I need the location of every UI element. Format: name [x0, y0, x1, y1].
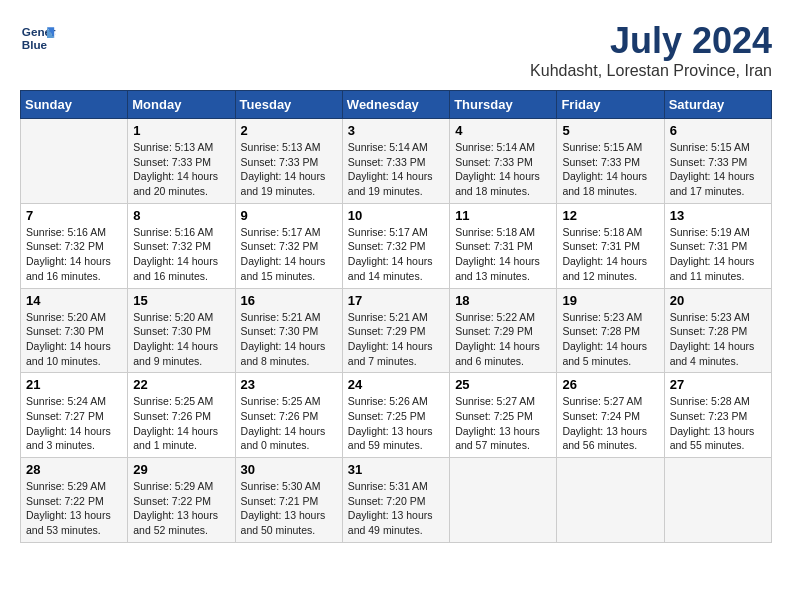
week-row-4: 21Sunrise: 5:24 AM Sunset: 7:27 PM Dayli… — [21, 373, 772, 458]
day-number: 1 — [133, 123, 229, 138]
calendar-cell: 8Sunrise: 5:16 AM Sunset: 7:32 PM Daylig… — [128, 203, 235, 288]
day-header-thursday: Thursday — [450, 91, 557, 119]
day-number: 23 — [241, 377, 337, 392]
day-info: Sunrise: 5:21 AM Sunset: 7:30 PM Dayligh… — [241, 310, 337, 369]
subtitle: Kuhdasht, Lorestan Province, Iran — [530, 62, 772, 80]
day-info: Sunrise: 5:31 AM Sunset: 7:20 PM Dayligh… — [348, 479, 444, 538]
calendar-cell: 24Sunrise: 5:26 AM Sunset: 7:25 PM Dayli… — [342, 373, 449, 458]
calendar-cell — [21, 119, 128, 204]
day-number: 31 — [348, 462, 444, 477]
day-number: 20 — [670, 293, 766, 308]
day-number: 2 — [241, 123, 337, 138]
week-row-1: 1Sunrise: 5:13 AM Sunset: 7:33 PM Daylig… — [21, 119, 772, 204]
day-info: Sunrise: 5:23 AM Sunset: 7:28 PM Dayligh… — [670, 310, 766, 369]
day-info: Sunrise: 5:15 AM Sunset: 7:33 PM Dayligh… — [670, 140, 766, 199]
day-info: Sunrise: 5:17 AM Sunset: 7:32 PM Dayligh… — [348, 225, 444, 284]
day-info: Sunrise: 5:15 AM Sunset: 7:33 PM Dayligh… — [562, 140, 658, 199]
day-number: 30 — [241, 462, 337, 477]
header-row: SundayMondayTuesdayWednesdayThursdayFrid… — [21, 91, 772, 119]
calendar-cell: 30Sunrise: 5:30 AM Sunset: 7:21 PM Dayli… — [235, 458, 342, 543]
day-info: Sunrise: 5:29 AM Sunset: 7:22 PM Dayligh… — [133, 479, 229, 538]
svg-text:Blue: Blue — [22, 38, 48, 51]
calendar-cell: 27Sunrise: 5:28 AM Sunset: 7:23 PM Dayli… — [664, 373, 771, 458]
day-number: 16 — [241, 293, 337, 308]
calendar-cell: 2Sunrise: 5:13 AM Sunset: 7:33 PM Daylig… — [235, 119, 342, 204]
day-number: 18 — [455, 293, 551, 308]
calendar-cell: 11Sunrise: 5:18 AM Sunset: 7:31 PM Dayli… — [450, 203, 557, 288]
calendar-cell: 4Sunrise: 5:14 AM Sunset: 7:33 PM Daylig… — [450, 119, 557, 204]
day-info: Sunrise: 5:17 AM Sunset: 7:32 PM Dayligh… — [241, 225, 337, 284]
day-header-saturday: Saturday — [664, 91, 771, 119]
day-number: 22 — [133, 377, 229, 392]
day-info: Sunrise: 5:20 AM Sunset: 7:30 PM Dayligh… — [133, 310, 229, 369]
week-row-5: 28Sunrise: 5:29 AM Sunset: 7:22 PM Dayli… — [21, 458, 772, 543]
calendar-cell: 26Sunrise: 5:27 AM Sunset: 7:24 PM Dayli… — [557, 373, 664, 458]
day-number: 28 — [26, 462, 122, 477]
day-info: Sunrise: 5:19 AM Sunset: 7:31 PM Dayligh… — [670, 225, 766, 284]
day-info: Sunrise: 5:16 AM Sunset: 7:32 PM Dayligh… — [26, 225, 122, 284]
logo: General Blue — [20, 20, 56, 56]
calendar-cell: 13Sunrise: 5:19 AM Sunset: 7:31 PM Dayli… — [664, 203, 771, 288]
day-number: 12 — [562, 208, 658, 223]
day-number: 6 — [670, 123, 766, 138]
day-number: 10 — [348, 208, 444, 223]
day-info: Sunrise: 5:29 AM Sunset: 7:22 PM Dayligh… — [26, 479, 122, 538]
day-info: Sunrise: 5:30 AM Sunset: 7:21 PM Dayligh… — [241, 479, 337, 538]
day-number: 9 — [241, 208, 337, 223]
logo-icon: General Blue — [20, 20, 56, 56]
calendar-cell — [450, 458, 557, 543]
day-number: 3 — [348, 123, 444, 138]
calendar-cell: 29Sunrise: 5:29 AM Sunset: 7:22 PM Dayli… — [128, 458, 235, 543]
day-info: Sunrise: 5:13 AM Sunset: 7:33 PM Dayligh… — [133, 140, 229, 199]
calendar-cell: 16Sunrise: 5:21 AM Sunset: 7:30 PM Dayli… — [235, 288, 342, 373]
calendar-cell: 5Sunrise: 5:15 AM Sunset: 7:33 PM Daylig… — [557, 119, 664, 204]
calendar-cell: 3Sunrise: 5:14 AM Sunset: 7:33 PM Daylig… — [342, 119, 449, 204]
day-number: 11 — [455, 208, 551, 223]
calendar-cell: 14Sunrise: 5:20 AM Sunset: 7:30 PM Dayli… — [21, 288, 128, 373]
day-number: 21 — [26, 377, 122, 392]
day-info: Sunrise: 5:22 AM Sunset: 7:29 PM Dayligh… — [455, 310, 551, 369]
day-info: Sunrise: 5:26 AM Sunset: 7:25 PM Dayligh… — [348, 394, 444, 453]
calendar-cell: 20Sunrise: 5:23 AM Sunset: 7:28 PM Dayli… — [664, 288, 771, 373]
day-number: 8 — [133, 208, 229, 223]
day-number: 15 — [133, 293, 229, 308]
day-info: Sunrise: 5:27 AM Sunset: 7:25 PM Dayligh… — [455, 394, 551, 453]
calendar-cell: 23Sunrise: 5:25 AM Sunset: 7:26 PM Dayli… — [235, 373, 342, 458]
calendar-table: SundayMondayTuesdayWednesdayThursdayFrid… — [20, 90, 772, 543]
day-info: Sunrise: 5:18 AM Sunset: 7:31 PM Dayligh… — [562, 225, 658, 284]
day-number: 13 — [670, 208, 766, 223]
day-info: Sunrise: 5:20 AM Sunset: 7:30 PM Dayligh… — [26, 310, 122, 369]
day-info: Sunrise: 5:13 AM Sunset: 7:33 PM Dayligh… — [241, 140, 337, 199]
calendar-cell: 22Sunrise: 5:25 AM Sunset: 7:26 PM Dayli… — [128, 373, 235, 458]
calendar-cell: 25Sunrise: 5:27 AM Sunset: 7:25 PM Dayli… — [450, 373, 557, 458]
day-info: Sunrise: 5:21 AM Sunset: 7:29 PM Dayligh… — [348, 310, 444, 369]
main-title: July 2024 — [530, 20, 772, 62]
day-number: 29 — [133, 462, 229, 477]
day-header-wednesday: Wednesday — [342, 91, 449, 119]
day-info: Sunrise: 5:24 AM Sunset: 7:27 PM Dayligh… — [26, 394, 122, 453]
week-row-2: 7Sunrise: 5:16 AM Sunset: 7:32 PM Daylig… — [21, 203, 772, 288]
day-number: 17 — [348, 293, 444, 308]
calendar-cell — [557, 458, 664, 543]
day-info: Sunrise: 5:14 AM Sunset: 7:33 PM Dayligh… — [455, 140, 551, 199]
day-info: Sunrise: 5:18 AM Sunset: 7:31 PM Dayligh… — [455, 225, 551, 284]
day-number: 24 — [348, 377, 444, 392]
title-area: July 2024 Kuhdasht, Lorestan Province, I… — [530, 20, 772, 80]
day-header-tuesday: Tuesday — [235, 91, 342, 119]
day-number: 19 — [562, 293, 658, 308]
day-info: Sunrise: 5:23 AM Sunset: 7:28 PM Dayligh… — [562, 310, 658, 369]
day-number: 5 — [562, 123, 658, 138]
calendar-cell: 19Sunrise: 5:23 AM Sunset: 7:28 PM Dayli… — [557, 288, 664, 373]
calendar-cell: 7Sunrise: 5:16 AM Sunset: 7:32 PM Daylig… — [21, 203, 128, 288]
calendar-cell: 10Sunrise: 5:17 AM Sunset: 7:32 PM Dayli… — [342, 203, 449, 288]
calendar-cell: 15Sunrise: 5:20 AM Sunset: 7:30 PM Dayli… — [128, 288, 235, 373]
day-header-sunday: Sunday — [21, 91, 128, 119]
header: General Blue July 2024 Kuhdasht, Loresta… — [20, 20, 772, 80]
day-info: Sunrise: 5:28 AM Sunset: 7:23 PM Dayligh… — [670, 394, 766, 453]
day-info: Sunrise: 5:16 AM Sunset: 7:32 PM Dayligh… — [133, 225, 229, 284]
calendar-cell: 1Sunrise: 5:13 AM Sunset: 7:33 PM Daylig… — [128, 119, 235, 204]
day-header-friday: Friday — [557, 91, 664, 119]
day-header-monday: Monday — [128, 91, 235, 119]
day-number: 7 — [26, 208, 122, 223]
calendar-cell: 28Sunrise: 5:29 AM Sunset: 7:22 PM Dayli… — [21, 458, 128, 543]
